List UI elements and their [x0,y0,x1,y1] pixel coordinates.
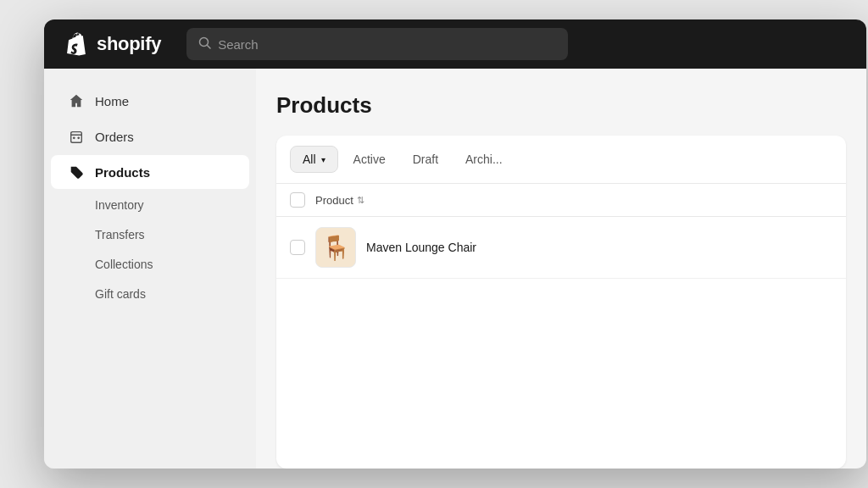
product-column-header[interactable]: Product ⇅ [315,194,364,207]
sidebar-item-products[interactable]: Products [51,155,249,189]
sidebar-item-orders[interactable]: Orders [51,119,249,153]
sidebar-item-collections[interactable]: Collections [51,250,249,279]
sort-icon: ⇅ [357,195,364,206]
filter-tabs-bar: All ▾ Active Draft Archi... [276,136,846,184]
search-placeholder-text: Search [218,37,259,52]
product-thumbnail: 🪑 [315,227,356,268]
search-bar[interactable]: Search [186,28,568,60]
main-content: Products All ▾ Active Draft [256,69,866,469]
svg-point-4 [77,136,80,139]
sidebar-item-transfers[interactable]: Transfers [51,220,249,249]
table-header: Product ⇅ [276,184,846,217]
main-area: Home Orders [44,69,866,469]
product-name: Maven Lounge Chair [366,241,476,254]
sidebar-item-home[interactable]: Home [51,84,249,118]
sidebar-transfers-label: Transfers [95,228,145,241]
filter-tab-active[interactable]: Active [342,147,398,172]
logo-text: shopify [97,33,161,55]
sidebar: Home Orders [44,69,256,469]
page-title: Products [276,92,846,119]
svg-line-1 [208,46,211,49]
sidebar-item-gift-cards[interactable]: Gift cards [51,280,249,308]
orders-icon [68,128,85,145]
filter-tab-draft[interactable]: Draft [401,147,450,172]
products-table-card: All ▾ Active Draft Archi... [276,136,846,469]
table-row[interactable]: 🪑 Maven Lounge Chair [276,217,846,279]
sidebar-item-inventory[interactable]: Inventory [51,191,249,219]
sidebar-home-label: Home [95,94,129,108]
content-inner: Products All ▾ Active Draft [256,69,866,469]
search-icon [198,36,211,52]
sidebar-orders-label: Orders [95,130,134,144]
shopify-logo-icon [61,30,88,58]
logo-area: shopify [61,30,161,58]
svg-point-3 [73,136,75,139]
filter-tab-archived[interactable]: Archi... [453,147,515,172]
sidebar-collections-label: Collections [95,258,153,271]
row-checkbox[interactable] [290,240,305,255]
svg-rect-2 [71,132,82,143]
app-window: shopify Search Home [44,19,866,469]
home-icon [68,92,85,109]
chevron-down-icon: ▾ [321,155,326,164]
top-navigation: shopify Search [44,19,866,69]
select-all-checkbox[interactable] [290,192,305,208]
products-tag-icon [68,164,85,180]
filter-tab-all[interactable]: All ▾ [290,146,338,173]
sidebar-inventory-label: Inventory [95,198,144,212]
sidebar-products-label: Products [95,165,150,180]
sidebar-gift-cards-label: Gift cards [95,287,146,301]
